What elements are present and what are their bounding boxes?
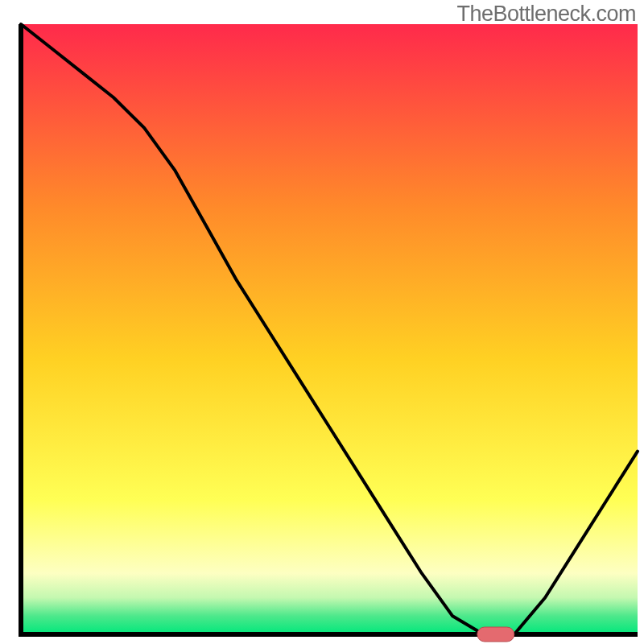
bottleneck-chart (0, 0, 644, 644)
watermark-text: TheBottleneck.com (456, 2, 636, 27)
gradient-background (21, 24, 638, 634)
optimal-marker (477, 627, 514, 642)
chart-container: { "watermark": "TheBottleneck.com", "cha… (0, 0, 644, 644)
